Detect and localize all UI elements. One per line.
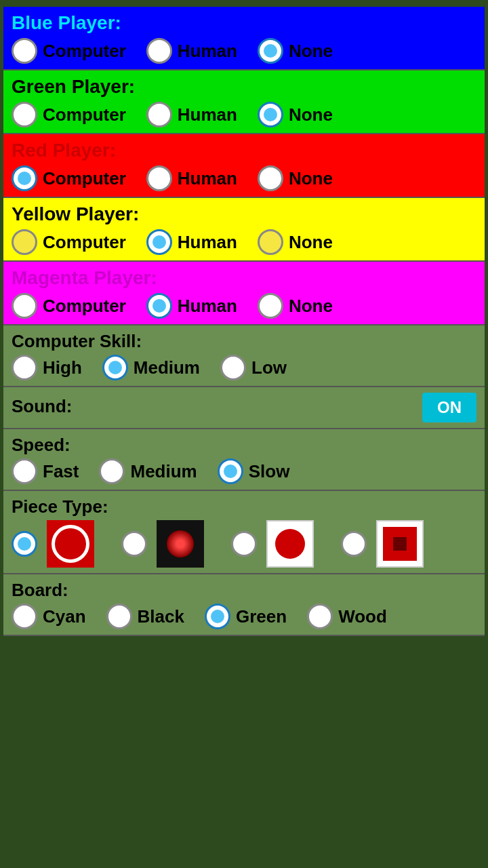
piece-type-2-option[interactable] bbox=[121, 520, 204, 568]
board-label: Board: bbox=[12, 580, 476, 601]
piece-type-1-img bbox=[47, 520, 94, 568]
green-player-section: Green Player: Computer Human None bbox=[3, 71, 485, 134]
piece-type-options bbox=[12, 520, 476, 568]
green-human-radio[interactable] bbox=[146, 102, 172, 127]
skill-low-radio[interactable] bbox=[220, 355, 246, 380]
skill-high-option[interactable]: High bbox=[12, 355, 82, 380]
piece4-inner bbox=[383, 527, 417, 561]
board-green-label: Green bbox=[236, 606, 287, 627]
speed-fast-radio[interactable] bbox=[12, 458, 37, 484]
magenta-player-label: Magenta Player: bbox=[12, 267, 476, 289]
piece-type-4-img bbox=[376, 520, 424, 568]
yellow-player-options: Computer Human None bbox=[12, 229, 476, 255]
blue-human-option[interactable]: Human bbox=[146, 38, 237, 64]
speed-label: Speed: bbox=[12, 435, 476, 456]
sound-toggle[interactable]: ON bbox=[422, 393, 476, 422]
magenta-computer-label: Computer bbox=[43, 296, 126, 317]
red-human-radio[interactable] bbox=[146, 165, 172, 191]
magenta-human-option[interactable]: Human bbox=[146, 293, 237, 319]
computer-skill-section: Computer Skill: High Medium Low bbox=[3, 326, 485, 387]
speed-medium-label: Medium bbox=[130, 461, 197, 482]
board-cyan-option[interactable]: Cyan bbox=[12, 604, 86, 629]
blue-player-label: Blue Player: bbox=[12, 12, 476, 34]
red-none-radio[interactable] bbox=[258, 165, 283, 191]
green-player-label: Green Player: bbox=[12, 76, 476, 98]
piece-type-4-option[interactable] bbox=[341, 520, 424, 568]
magenta-human-radio[interactable] bbox=[146, 293, 172, 319]
magenta-computer-option[interactable]: Computer bbox=[12, 293, 126, 319]
magenta-human-label: Human bbox=[178, 296, 237, 317]
board-wood-label: Wood bbox=[338, 606, 387, 627]
blue-human-label: Human bbox=[178, 41, 237, 62]
red-computer-radio[interactable] bbox=[12, 165, 37, 191]
speed-options: Fast Medium Slow bbox=[12, 458, 476, 484]
yellow-human-option[interactable]: Human bbox=[146, 229, 237, 255]
skill-low-label: Low bbox=[251, 357, 287, 378]
yellow-computer-label: Computer bbox=[43, 232, 126, 253]
blue-none-option[interactable]: None bbox=[258, 38, 333, 64]
green-none-option[interactable]: None bbox=[258, 102, 333, 127]
green-none-radio[interactable] bbox=[258, 102, 283, 127]
board-wood-radio[interactable] bbox=[307, 604, 333, 629]
board-green-option[interactable]: Green bbox=[205, 604, 287, 629]
magenta-none-label: None bbox=[289, 296, 333, 317]
speed-slow-option[interactable]: Slow bbox=[218, 458, 290, 484]
board-cyan-radio[interactable] bbox=[12, 604, 37, 629]
board-wood-option[interactable]: Wood bbox=[307, 604, 387, 629]
board-black-label: Black bbox=[138, 606, 184, 627]
green-human-option[interactable]: Human bbox=[146, 102, 237, 127]
green-computer-radio[interactable] bbox=[12, 102, 37, 127]
piece-type-1-option[interactable] bbox=[12, 520, 94, 568]
green-none-label: None bbox=[289, 104, 333, 125]
magenta-player-section: Magenta Player: Computer Human None bbox=[3, 262, 485, 326]
board-options: Cyan Black Green Wood bbox=[12, 604, 476, 629]
speed-medium-radio[interactable] bbox=[99, 458, 125, 484]
red-human-label: Human bbox=[178, 168, 237, 189]
speed-medium-option[interactable]: Medium bbox=[99, 458, 197, 484]
computer-skill-label: Computer Skill: bbox=[12, 331, 476, 352]
skill-medium-label: Medium bbox=[134, 357, 200, 378]
speed-slow-label: Slow bbox=[249, 461, 290, 482]
yellow-computer-option[interactable]: Computer bbox=[12, 229, 126, 255]
red-none-label: None bbox=[289, 168, 333, 189]
green-player-options: Computer Human None bbox=[12, 102, 476, 127]
piece-type-3-radio[interactable] bbox=[231, 531, 257, 557]
blue-player-options: Computer Human None bbox=[12, 38, 476, 64]
blue-none-radio[interactable] bbox=[258, 38, 283, 64]
speed-slow-radio[interactable] bbox=[218, 458, 243, 484]
piece-type-1-radio[interactable] bbox=[12, 531, 37, 557]
sound-row: Sound: ON bbox=[12, 393, 476, 422]
magenta-none-option[interactable]: None bbox=[258, 293, 333, 319]
yellow-computer-radio[interactable] bbox=[12, 229, 37, 255]
computer-skill-options: High Medium Low bbox=[12, 355, 476, 380]
piece-type-4-radio[interactable] bbox=[341, 531, 367, 557]
piece-type-3-option[interactable] bbox=[231, 520, 314, 568]
blue-computer-radio[interactable] bbox=[12, 38, 37, 64]
blue-computer-option[interactable]: Computer bbox=[12, 38, 126, 64]
blue-human-radio[interactable] bbox=[146, 38, 172, 64]
piece-type-2-radio[interactable] bbox=[121, 531, 147, 557]
skill-high-radio[interactable] bbox=[12, 355, 37, 380]
board-black-radio[interactable] bbox=[106, 604, 132, 629]
skill-medium-radio[interactable] bbox=[102, 355, 128, 380]
speed-fast-option[interactable]: Fast bbox=[12, 458, 79, 484]
green-computer-label: Computer bbox=[43, 104, 126, 125]
blue-none-label: None bbox=[289, 41, 333, 62]
red-none-option[interactable]: None bbox=[258, 165, 333, 191]
board-green-radio[interactable] bbox=[205, 604, 230, 629]
magenta-none-radio[interactable] bbox=[258, 293, 283, 319]
red-human-option[interactable]: Human bbox=[146, 165, 237, 191]
yellow-none-radio[interactable] bbox=[258, 229, 283, 255]
yellow-player-section: Yellow Player: Computer Human None bbox=[3, 198, 485, 262]
board-black-option[interactable]: Black bbox=[106, 604, 184, 629]
skill-medium-option[interactable]: Medium bbox=[102, 355, 200, 380]
green-computer-option[interactable]: Computer bbox=[12, 102, 126, 127]
magenta-computer-radio[interactable] bbox=[12, 293, 37, 319]
sound-section: Sound: ON bbox=[3, 387, 485, 429]
magenta-player-options: Computer Human None bbox=[12, 293, 476, 319]
yellow-human-label: Human bbox=[178, 232, 237, 253]
red-computer-option[interactable]: Computer bbox=[12, 165, 126, 191]
yellow-none-option[interactable]: None bbox=[258, 229, 333, 255]
skill-low-option[interactable]: Low bbox=[220, 355, 287, 380]
yellow-human-radio[interactable] bbox=[146, 229, 172, 255]
